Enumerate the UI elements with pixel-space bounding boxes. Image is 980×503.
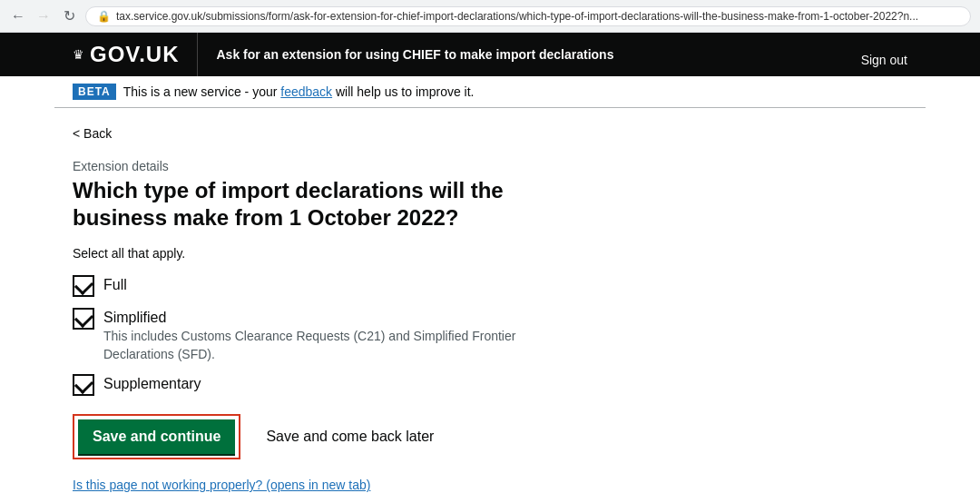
url-text: tax.service.gov.uk/submissions/form/ask-… — [116, 10, 918, 23]
service-name: Ask for an extension for using CHIEF to … — [216, 33, 860, 76]
forward-nav-button[interactable]: → — [34, 7, 53, 25]
checkbox-full-input[interactable] — [73, 275, 94, 297]
sign-out-link[interactable]: Sign out — [861, 53, 907, 67]
checkbox-simplified-input[interactable] — [73, 308, 94, 330]
checkbox-simplified-label[interactable]: Simplified — [103, 310, 544, 326]
govuk-logo-text: GOV.UK — [90, 42, 179, 67]
checkbox-group: Full Simplified This includes Customs Cl… — [73, 275, 544, 396]
checkbox-simplified: Simplified This includes Customs Clearan… — [73, 308, 544, 363]
button-group: Save and continue Save and come back lat… — [73, 414, 544, 459]
govuk-header: ♛ GOV.UK Ask for an extension for using … — [0, 33, 980, 76]
crown-icon: ♛ — [73, 47, 84, 62]
save-continue-highlight: Save and continue — [73, 414, 240, 459]
problem-link[interactable]: Is this page not working properly? (open… — [73, 478, 544, 492]
back-nav-button[interactable]: ← — [9, 7, 27, 25]
beta-tag: BETA — [73, 84, 116, 100]
lock-icon: 🔒 — [97, 10, 111, 23]
checkbox-full: Full — [73, 275, 544, 297]
save-later-button[interactable]: Save and come back later — [266, 429, 434, 445]
checkbox-full-label[interactable]: Full — [103, 277, 127, 293]
form-hint: Select all that apply. — [73, 246, 544, 261]
beta-text: This is a new service - your feedback wi… — [123, 84, 475, 99]
save-continue-button[interactable]: Save and continue — [78, 419, 235, 454]
checkbox-supplementary-label[interactable]: Supplementary — [103, 376, 201, 392]
checkbox-supplementary-input[interactable] — [73, 374, 94, 396]
form-heading: Which type of import declarations will t… — [73, 177, 544, 232]
browser-chrome: ← → ↻ 🔒 tax.service.gov.uk/submissions/f… — [0, 0, 980, 33]
page-wrapper: BETA This is a new service - your feedba… — [0, 76, 980, 503]
address-bar[interactable]: 🔒 tax.service.gov.uk/submissions/form/as… — [85, 6, 971, 26]
checkbox-simplified-hint: This includes Customs Clearance Requests… — [103, 328, 544, 363]
feedback-link[interactable]: feedback — [280, 84, 332, 99]
beta-banner: BETA This is a new service - your feedba… — [54, 76, 926, 108]
form-caption: Extension details — [73, 159, 544, 173]
back-link[interactable]: < Back — [73, 126, 112, 141]
main-content: < Back Extension details Which type of i… — [54, 108, 926, 503]
reload-button[interactable]: ↻ — [60, 7, 78, 25]
form-section: Extension details Which type of import d… — [73, 159, 544, 492]
sign-out-area: Sign out — [861, 33, 907, 76]
checkbox-supplementary: Supplementary — [73, 374, 544, 396]
govuk-logo: ♛ GOV.UK — [73, 33, 198, 76]
